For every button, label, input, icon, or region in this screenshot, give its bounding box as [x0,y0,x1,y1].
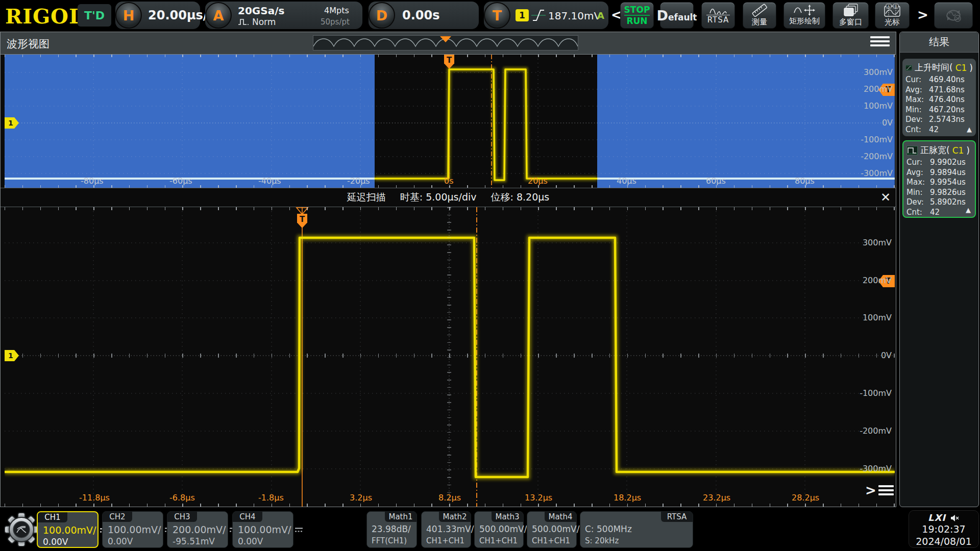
close-delay-view-icon[interactable]: ✕ [880,190,891,205]
math1-scale: 23.98dB/ [372,524,411,534]
volt-label: -300mV [857,168,893,178]
multi-window-icon [843,4,859,17]
svg-text:A: A [888,5,890,9]
ch2-scale: 100.00mV/ [108,524,161,535]
trigger-status-indicator: T'D [78,4,111,27]
collapse-arrow-icon[interactable]: ▲ [966,206,971,214]
acquisition-group[interactable]: A 20GSa/s Norm 4Mpts 50ps/pt [205,2,362,29]
system-gear-button[interactable] [4,511,39,550]
main-waveform-plot[interactable]: T 1 T 300mV 200mV 100mV 0V -100mV -200mV… [5,207,895,507]
acquire-knob[interactable]: A [205,2,232,29]
horizontal-offset-value: 0.00s [402,8,440,22]
channel1-trace [375,69,597,180]
rtsa-tab: RTSA [661,512,693,522]
rtsa-label: RTSA [706,15,730,24]
cursor-label: 光标 [885,17,900,27]
volt-label: 0V [856,350,892,360]
measurement-card-positive-width[interactable]: 正脉宽(C1) Cur:9.9902us Avg:9.9894us Max:9.… [902,140,976,218]
results-panel-title: 结果 [900,32,978,53]
position-knob[interactable]: D [369,2,395,29]
run-label: RUN [626,16,647,26]
math-box-math2[interactable]: Math2 401.33mV/ CH1+CH1 [421,511,471,548]
lxi-label: LXI [928,512,946,523]
multi-window-button[interactable]: 多窗口 [832,2,869,29]
math-box-math3[interactable]: Math3 500.00mV/ CH1+CH1 [474,511,524,548]
pulse-width-icon [906,146,918,155]
upper-waveform-plot[interactable]: T 1 T 300mV 200mV 100mV 0V -100mV -200mV… [5,55,895,188]
math-box-math1[interactable]: Math1 23.98dB/ FFT(CH1) [366,511,417,548]
ch4-scale: 100.00mV/ [238,524,291,535]
system-time: 19:02:37 [909,523,978,535]
horizontal-position-indicator[interactable] [313,35,578,51]
math3-scale: 500.00mV/ [479,524,527,534]
sample-resolution: 50ps/pt [321,17,350,27]
gear-icon [4,511,39,548]
collapse-arrow-icon[interactable]: ▲ [967,126,972,133]
rtsa-wave-icon [709,7,727,14]
channel-box-ch1[interactable]: CH1 100.00mV/ Ω 0.00V [37,511,99,548]
cursor-button[interactable]: A B 光标 [875,2,910,29]
time-label: 60μs [706,176,726,186]
horizontal-knob[interactable]: H [115,2,142,29]
menu-hamburger-icon[interactable] [870,36,890,51]
system-date: 2024/08/01 [909,535,978,547]
horizontal-position-group[interactable]: D 0.00s [369,2,479,29]
time-label: 20μs [528,176,548,186]
volt-label: -100mV [857,135,893,144]
trigger-sweep-mode: A [597,10,604,21]
time-label: -11.8μs [79,493,110,503]
trigger-source-badge[interactable]: 1 [516,9,529,21]
math2-source: CH1+CH1 [426,536,464,545]
volt-label: 300mV [857,67,893,77]
rtsa-center-freq: C: 500MHz [585,524,632,534]
ch3-offset: -95.51mV [173,536,215,546]
channel-box-ch3[interactable]: CH3 200.00mV/ Ω -95.51mV [167,511,228,548]
ch4-offset: 0.00V [238,536,263,546]
waveform-view-window: 波形视图 [0,32,896,507]
ch3-tab: CH3 [167,512,197,522]
delay-sweep-title: 延迟扫描 [347,191,386,204]
time-label: 18.2μs [614,493,641,503]
ch1-scale: 100.00mV/ [43,524,96,536]
multi-window-label: 多窗口 [839,17,862,27]
volt-label: -300mV [856,464,892,473]
window-title: 波形视图 [7,37,50,51]
trigger-edge-icon [531,8,546,23]
rect-draw-button[interactable]: 矩形绘制 [783,2,825,29]
run-stop-button[interactable]: STOP RUN [620,2,654,29]
math2-tab: Math2 [439,512,471,522]
delayed-sweep-bar: 延迟扫描 时基: 5.00μs/div 位移: 8.20μs ✕ [1,188,896,207]
trigger-level-knob[interactable]: T [484,2,510,29]
time-label: -20μs [347,176,370,186]
default-button[interactable]: Default [660,2,694,29]
math-box-math4[interactable]: Math4 500.00mV/ CH1+CH1 [527,511,577,548]
measurement-name: 上升时间( [915,62,953,73]
channel-box-ch2[interactable]: CH2 100.00mV/ 0.00V [102,511,163,548]
ch2-tab: CH2 [103,512,132,522]
ch4-tab: CH4 [233,512,262,522]
plot-menu-notch-icon[interactable]: > [865,483,894,498]
math1-tab: Math1 [385,512,416,522]
rtsa-button[interactable]: RTSA [701,2,735,29]
channel-box-ch4[interactable]: CH4 100.00mV/ 0.00V [232,511,293,548]
measurement-card-rise-time[interactable]: 上升时间(C1) Cur:469.40ns Avg:471.68ns Max:4… [902,59,976,136]
svg-text:B: B [895,5,897,9]
refresh-capture-button[interactable] [934,2,973,29]
delay-offset: 位移: 8.20μs [491,191,549,204]
ch2-offset: 0.00V [108,536,133,546]
refresh-arrows-icon [942,6,965,24]
stop-label: STOP [624,5,650,16]
trigger-level-value: 187.10mV [548,10,601,22]
toolbar-expand-right-chevron[interactable]: > [917,7,928,22]
acquire-mode-icon [238,18,249,26]
time-label: 0s [444,176,454,186]
blue-overlay-left [5,55,375,188]
rtsa-status-box[interactable]: RTSA C: 500MHz S: 20kHz [580,511,693,548]
time-label: -80μs [81,176,104,186]
horizontal-timebase-group[interactable]: H 20.00μs/ [115,2,200,29]
time-label: -1.8μs [258,493,284,503]
trigger-group[interactable]: T 1 187.10mV A [484,2,608,29]
measure-button[interactable]: 测量 [743,2,776,29]
memory-depth: 4Mpts [324,6,349,15]
volt-label: -200mV [856,426,892,436]
